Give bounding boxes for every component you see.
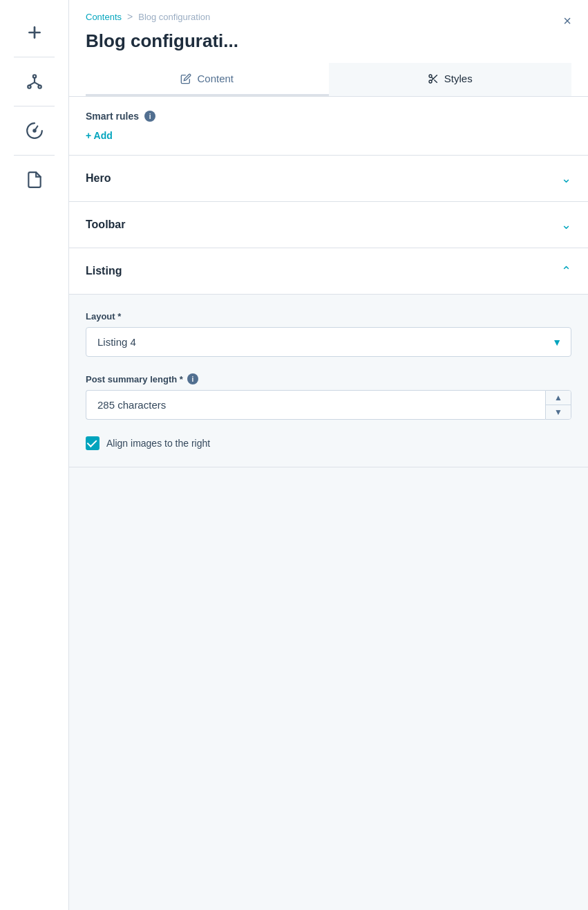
post-summary-label: Post summary length * i — [86, 373, 571, 384]
smart-rules-info-icon[interactable]: i — [144, 111, 155, 122]
sidebar-item-speed[interactable] — [0, 109, 68, 152]
tab-content[interactable]: Content — [86, 63, 329, 96]
layout-label: Layout * — [86, 311, 571, 322]
accordion-toolbar: Toolbar ⌄ — [69, 202, 588, 248]
chevron-down-icon: ⌄ — [561, 217, 571, 232]
smart-rules-section: Smart rules i + Add — [69, 97, 588, 156]
post-summary-field: Post summary length * i ▲ ▼ — [86, 373, 571, 420]
sidebar-item-add[interactable] — [0, 11, 68, 54]
accordion-listing: Listing ⌃ Layout * Listing 4 ▼ — [69, 248, 588, 467]
tab-content-label: Content — [197, 73, 234, 84]
accordion-hero: Hero ⌄ — [69, 156, 588, 202]
stepper-down-button[interactable]: ▼ — [546, 405, 571, 419]
svg-line-12 — [434, 80, 437, 82]
sidebar-item-document[interactable] — [0, 158, 68, 201]
svg-line-6 — [29, 82, 35, 85]
accordion-listing-header[interactable]: Listing ⌃ — [69, 248, 588, 294]
panel-header: Contents > Blog configuration × Blog con… — [69, 0, 588, 97]
stepper-up-button[interactable]: ▲ — [546, 391, 571, 405]
close-button[interactable]: × — [563, 14, 571, 28]
align-images-checkbox[interactable] — [86, 436, 99, 450]
sidebar-divider-1 — [14, 57, 55, 57]
chevron-up-icon: ⌃ — [561, 263, 571, 279]
tab-styles[interactable]: Styles — [329, 63, 572, 96]
main-panel: Contents > Blog configuration × Blog con… — [69, 0, 588, 910]
align-images-label: Align images to the right — [106, 438, 210, 449]
layout-field: Layout * Listing 4 ▼ — [86, 311, 571, 357]
accordion-hero-header[interactable]: Hero ⌄ — [69, 156, 588, 201]
sidebar-item-tree[interactable] — [0, 60, 68, 103]
breadcrumb-contents-link[interactable]: Contents — [86, 12, 122, 22]
smart-rules-label: Smart rules — [86, 111, 139, 122]
scissors-icon — [428, 73, 439, 84]
layout-select-wrapper: Listing 4 ▼ — [86, 327, 571, 357]
accordion-listing-title: Listing — [86, 265, 122, 277]
align-images-row[interactable]: Align images to the right — [86, 436, 571, 450]
accordion-toolbar-title: Toolbar — [86, 219, 125, 231]
panel-content: Smart rules i + Add Hero ⌄ Toolbar ⌄ Lis… — [69, 97, 588, 910]
tab-bar: Content Styles — [86, 63, 571, 96]
stepper-wrapper: ▲ ▼ — [86, 390, 571, 420]
listing-content: Layout * Listing 4 ▼ Post summary length… — [69, 294, 588, 467]
post-summary-input[interactable] — [86, 390, 545, 420]
svg-point-8 — [33, 129, 35, 131]
layout-select[interactable]: Listing 4 — [86, 327, 571, 357]
smart-rules-title: Smart rules i — [86, 111, 571, 122]
svg-line-7 — [35, 82, 40, 85]
breadcrumb: Contents > Blog configuration — [86, 11, 571, 22]
post-summary-info-icon[interactable]: i — [187, 373, 198, 384]
chevron-down-icon: ⌄ — [561, 171, 571, 186]
sidebar-divider-2 — [14, 106, 55, 106]
tab-styles-label: Styles — [444, 73, 473, 84]
accordion-hero-title: Hero — [86, 172, 111, 185]
smart-rules-add-button[interactable]: + Add — [86, 130, 113, 141]
sidebar-divider-3 — [14, 155, 55, 156]
accordion-toolbar-header[interactable]: Toolbar ⌄ — [69, 202, 588, 248]
breadcrumb-separator: > — [127, 11, 133, 22]
breadcrumb-current: Blog configuration — [138, 12, 210, 22]
svg-line-13 — [431, 77, 433, 79]
stepper-buttons: ▲ ▼ — [545, 390, 571, 420]
page-title: Blog configurati... — [86, 30, 571, 52]
pencil-icon — [180, 73, 191, 84]
sidebar — [0, 0, 69, 910]
